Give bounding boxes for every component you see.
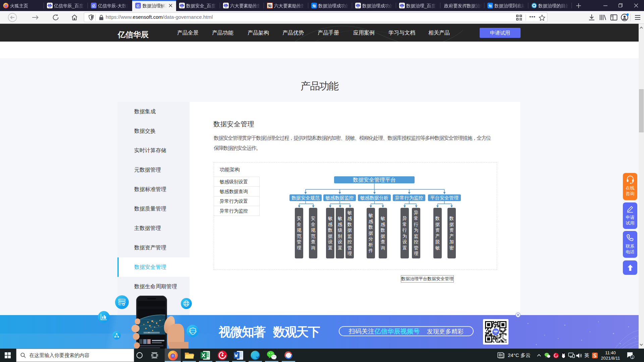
- svg-text:1: 1: [631, 356, 633, 359]
